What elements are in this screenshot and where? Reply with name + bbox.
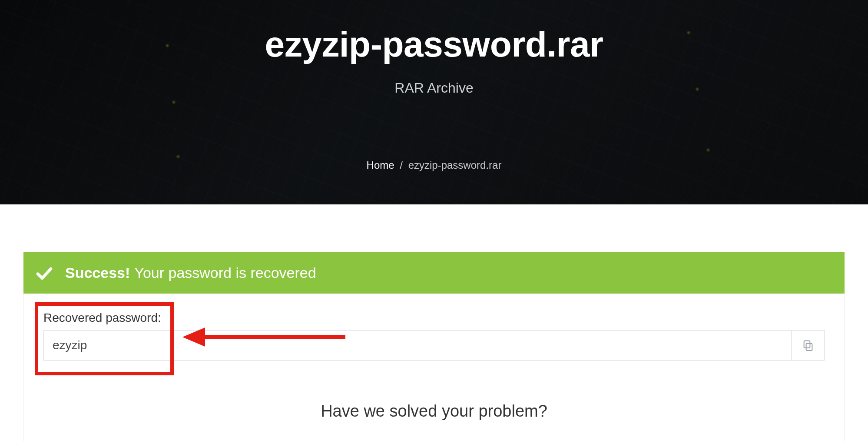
success-strong: Success! bbox=[65, 264, 130, 281]
breadcrumb-current: ezyzip-password.rar bbox=[408, 159, 502, 171]
svg-rect-3 bbox=[804, 341, 810, 347]
breadcrumb-home-link[interactable]: Home bbox=[367, 159, 394, 171]
check-icon bbox=[36, 264, 53, 282]
success-alert: Success! Your password is recovered bbox=[23, 252, 845, 294]
main-container: Success! Your password is recovered Reco… bbox=[23, 204, 845, 441]
copy-password-button[interactable] bbox=[791, 331, 824, 360]
password-row bbox=[43, 330, 825, 361]
breadcrumb-separator: / bbox=[397, 159, 405, 171]
result-card: Recovered password: Have we solved your … bbox=[23, 294, 845, 441]
breadcrumb: Home / ezyzip-password.rar bbox=[0, 159, 868, 171]
hero-banner: ezyzip-password.rar RAR Archive Home / e… bbox=[0, 0, 868, 204]
feedback-question: Have we solved your problem? bbox=[43, 402, 825, 421]
recovered-password-label: Recovered password: bbox=[43, 311, 825, 325]
svg-rect-2 bbox=[806, 344, 812, 351]
success-message: Your password is recovered bbox=[134, 264, 316, 281]
recovered-password-input[interactable] bbox=[44, 331, 791, 360]
copy-icon bbox=[802, 339, 815, 352]
page-subtitle: RAR Archive bbox=[0, 80, 868, 96]
page-title: ezyzip-password.rar bbox=[0, 24, 868, 65]
